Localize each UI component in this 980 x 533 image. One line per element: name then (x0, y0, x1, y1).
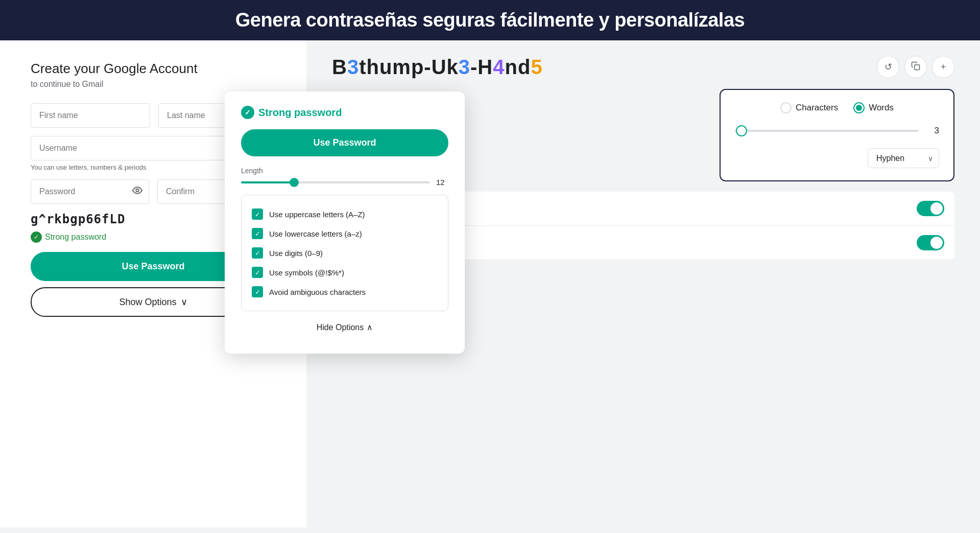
length-label: Length (241, 167, 448, 175)
banner-text: Genera contraseñas seguras fácilmente y … (235, 9, 745, 31)
strong-check-icon: ✓ (31, 231, 42, 243)
radio-row: Characters Words (735, 102, 939, 113)
top-banner: Genera contraseñas seguras fácilmente y … (0, 0, 980, 40)
characters-radio-option[interactable]: Characters (780, 102, 838, 113)
google-subtitle: to continue to Gmail (31, 80, 276, 89)
pw-char-3a: 3 (347, 56, 359, 78)
plus-icon: + (941, 62, 946, 73)
option-lowercase-label: Use lowercase letters (a–z) (269, 229, 362, 238)
right-slider-track[interactable] (735, 130, 919, 132)
options-box: ✓ Use uppercase letters (A–Z) ✓ Use lowe… (241, 195, 448, 311)
option-ambiguous-label: Avoid ambiguous characters (269, 288, 366, 296)
toggle-switch-digits[interactable] (917, 235, 944, 250)
copy-button[interactable] (904, 56, 927, 78)
option-digits[interactable]: ✓ Use digits (0–9) (252, 243, 438, 263)
hide-options-button[interactable]: Hide Options ∧ (241, 315, 448, 339)
separator-dropdown: Hyphen Space Dash None ∨ (735, 148, 939, 168)
option-uppercase-label: Use uppercase letters (A–Z) (269, 210, 365, 219)
words-radio[interactable] (853, 102, 865, 113)
right-slider-wrap: 3 (735, 126, 939, 136)
option-ambiguous[interactable]: ✓ Avoid ambiguous characters (252, 282, 438, 302)
google-title: Create your Google Account (31, 61, 276, 77)
pw-char-thump: thump-Uk (359, 56, 459, 78)
show-options-label: Show Options (119, 297, 176, 308)
option-lowercase[interactable]: ✓ Use lowercase letters (a–z) (252, 224, 438, 243)
words-label: Words (869, 103, 894, 113)
checkbox-digits[interactable]: ✓ (252, 247, 263, 259)
add-button[interactable]: + (932, 56, 954, 78)
pw-char-4: 4 (493, 56, 505, 78)
right-toolbar: ↺ + (877, 56, 954, 78)
chevron-down-icon: ∨ (181, 296, 187, 308)
chevron-up-icon: ∧ (367, 322, 373, 332)
option-symbols-label: Use symbols (@!$%*) (269, 268, 344, 277)
popup-strong-label: Strong password (258, 107, 342, 119)
pw-char-3b: 3 (459, 56, 470, 78)
length-value: 12 (436, 178, 448, 187)
popup-use-password-button[interactable]: Use Password (241, 129, 448, 156)
popup-strong-badge: ✓ Strong password (241, 106, 448, 119)
password-input-wrap (31, 179, 149, 204)
svg-rect-1 (915, 64, 920, 69)
eye-icon[interactable] (132, 185, 143, 199)
separator-select[interactable]: Hyphen Space Dash None (868, 148, 939, 168)
copy-icon (911, 61, 920, 73)
popup-overlay: ✓ Strong password Use Password Length 12… (225, 91, 465, 354)
toggle-switch-1[interactable] (917, 201, 944, 216)
refresh-button[interactable]: ↺ (877, 56, 899, 78)
option-uppercase[interactable]: ✓ Use uppercase letters (A–Z) (252, 204, 438, 224)
pw-char-5: 5 (531, 56, 542, 78)
length-slider-track[interactable] (241, 181, 430, 183)
checkbox-uppercase[interactable]: ✓ (252, 208, 263, 220)
option-symbols[interactable]: ✓ Use symbols (@!$%*) (252, 263, 438, 282)
pw-char-nd: nd (505, 56, 531, 78)
length-slider-wrap: 12 (241, 178, 448, 187)
password-display: B3thump-Uk3-H4nd5 (332, 56, 954, 79)
main-content: Create your Google Account to continue t… (0, 40, 980, 527)
option-digits-label: Use digits (0–9) (269, 249, 323, 258)
checkbox-symbols[interactable]: ✓ (252, 267, 263, 278)
checkbox-lowercase[interactable]: ✓ (252, 228, 263, 239)
popup-check-icon: ✓ (241, 106, 254, 119)
checkbox-ambiguous[interactable]: ✓ (252, 286, 263, 297)
first-name-input[interactable] (31, 103, 150, 128)
pw-char-H: -H (470, 56, 493, 78)
length-slider-thumb[interactable] (290, 178, 299, 187)
characters-label: Characters (796, 103, 838, 113)
words-radio-option[interactable]: Words (853, 102, 894, 113)
pw-char-B: B (332, 56, 347, 78)
right-slider-value: 3 (927, 126, 939, 136)
strong-label-left: Strong password (45, 233, 106, 242)
characters-radio[interactable] (780, 102, 792, 113)
right-options-panel: Characters Words 3 Hyphen S (720, 89, 954, 181)
hide-options-label: Hide Options (317, 323, 364, 332)
refresh-icon: ↺ (885, 61, 892, 73)
svg-point-0 (136, 189, 139, 192)
right-slider-thumb[interactable] (736, 125, 747, 136)
separator-wrap: Hyphen Space Dash None ∨ (868, 148, 939, 168)
